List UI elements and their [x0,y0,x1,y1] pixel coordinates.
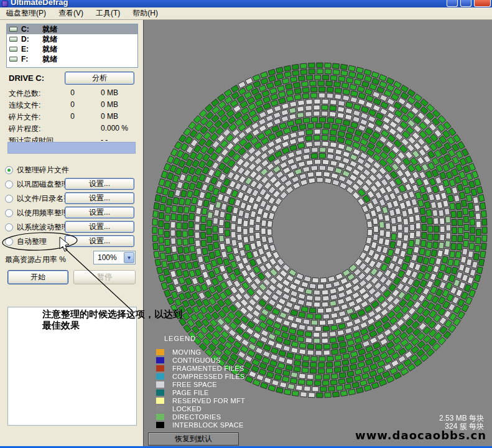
stat-label: 碎片程度: [9,124,63,136]
resource-usage-value: 100% [98,253,117,262]
drive-icon [9,37,17,42]
stat-size: 0.000 % [101,124,128,136]
drive-status: 就绪 [42,44,57,55]
drive-icon [9,57,17,62]
drive-status: 就绪 [42,24,57,35]
drive-status: 就绪 [42,54,57,65]
drive-row-d[interactable]: D: 就绪 [7,34,137,44]
stat-label: 碎片文件: [9,112,63,124]
drive-row-e[interactable]: E: 就绪 [7,44,137,54]
restore-default-button[interactable]: 恢复到默认 [148,432,239,446]
drive-row-f[interactable]: F: 就绪 [7,54,137,64]
menu-disk-defrag[interactable]: 磁盘整理(P) [0,7,52,21]
drive-name: D: [21,35,42,44]
legend-item-compressed: COMPRESSED FILES [156,373,245,380]
menu-tools[interactable]: 工具(T) [90,7,126,21]
app-icon [2,1,8,7]
radio-icon[interactable] [5,180,13,189]
settings-button-volatility[interactable]: 设置... [65,221,134,233]
legend-swatch [156,422,164,428]
stat-label: 文件总数: [9,88,63,100]
minimize-button[interactable] [447,0,458,7]
stat-size: 0 MB [101,88,118,100]
stat-count: 0 [63,100,75,112]
stat-count: 0 [63,112,75,124]
legend-item-contiguous: CONTIGUOUS [156,357,221,364]
drive-name: C: [21,25,42,34]
drive-icon [9,27,17,32]
stat-total-files: 文件总数: 0 0 MB [9,88,137,100]
disk-map-panel: LEGEND MOVING CONTIGUOUS FRAGMENTED FILE… [143,20,492,446]
drive-list: C: 就绪 D: 就绪 E: 就绪 F: 就绪 [6,24,138,68]
legend-swatch [156,365,164,371]
settings-button-filename[interactable]: 设置... [65,192,134,204]
option-label: 仅整理碎片文件 [17,165,69,175]
maximize-button[interactable] [460,0,471,7]
watermark-text: www.daocaobbs.cn [355,429,486,442]
legend-swatch [156,357,164,363]
radio-icon[interactable] [5,195,13,203]
radio-icon[interactable] [5,209,13,217]
progress-bar [7,142,136,154]
drive-row-c[interactable]: C: 就绪 [7,24,137,34]
stat-size: 0 MB [101,100,118,112]
legend-item-mft: RESERVED FOR MFT [156,397,245,404]
menu-view[interactable]: 查看(V) [52,7,90,21]
legend-swatch [156,373,164,380]
chevron-down-icon[interactable]: ▼ [124,252,134,263]
window-title: UltimateDefrag [11,0,68,7]
stat-fragmentation: 碎片程度: 0.000 % [9,124,137,136]
legend-swatch [156,390,164,396]
drive-name: E: [21,45,42,54]
stat-contiguous-files: 连续文件: 0 0 MB [9,100,137,112]
menu-help[interactable]: 帮助(H) [126,7,164,21]
legend-item-fragmented: FRAGMENTED FILES [156,365,244,372]
settings-button-frequency[interactable]: 设置... [65,207,134,218]
option-fragmented-only[interactable]: 仅整理碎片文件 [5,164,138,175]
stat-size: 0 MB [101,112,118,124]
option-label: 以系统波动整理 [17,222,69,233]
settings-button-consolidate[interactable]: 设置... [65,178,134,190]
option-label: 以巩固磁盘整理 [17,179,69,190]
stat-label: 连续文件: [9,100,63,112]
legend-swatch [156,381,164,388]
radio-icon[interactable] [5,238,13,246]
menu-bar: 磁盘整理(P) 查看(V) 工具(T) 帮助(H) [0,7,492,20]
annotation-text: 注意整理的时候选择这项，以达到 最佳效果 [42,309,223,331]
settings-button-auto[interactable]: 设置... [65,235,134,247]
legend-item-locked: LOCKED [156,405,202,413]
start-button[interactable]: 开始 [7,270,68,284]
resource-usage-label: 最高资源占用率 % [5,254,66,265]
drive-icon [9,47,17,52]
drive-name: F: [21,55,42,63]
legend-swatch [156,406,164,412]
legend-swatch [156,414,164,420]
analyze-button[interactable]: 分析 [65,72,134,85]
stat-count [63,124,75,136]
legend-swatch [156,349,164,355]
option-label: 以使用频率整理 [17,208,69,218]
control-panel: C: 就绪 D: 就绪 E: 就绪 F: 就绪 DRIVE C: 分析 文件总数… [0,20,143,446]
radio-icon[interactable] [5,166,13,174]
legend-title: LEGEND [164,335,196,342]
radio-icon[interactable] [5,223,13,231]
close-button[interactable] [474,0,491,7]
legend-item-freespace: FREE SPACE [156,381,217,388]
legend-item-directories: DIRECTORIES [156,413,221,421]
drive-title: DRIVE C: [9,73,44,83]
legend-item-interblock: INTERBLOCK SPACE [156,421,244,429]
resource-usage-select[interactable]: 100% ▼ [93,251,136,264]
stat-count: 0 [63,88,75,100]
legend-item-moving: MOVING [156,348,201,356]
drive-status: 就绪 [42,34,57,45]
stat-fragmented-files: 碎片文件: 0 0 MB [9,112,137,124]
option-label: 自动整理 [17,236,47,247]
legend-item-pagefile: PAGE FILE [156,389,209,396]
legend-swatch [156,398,164,404]
pause-button[interactable]: 暂停 [73,270,136,284]
